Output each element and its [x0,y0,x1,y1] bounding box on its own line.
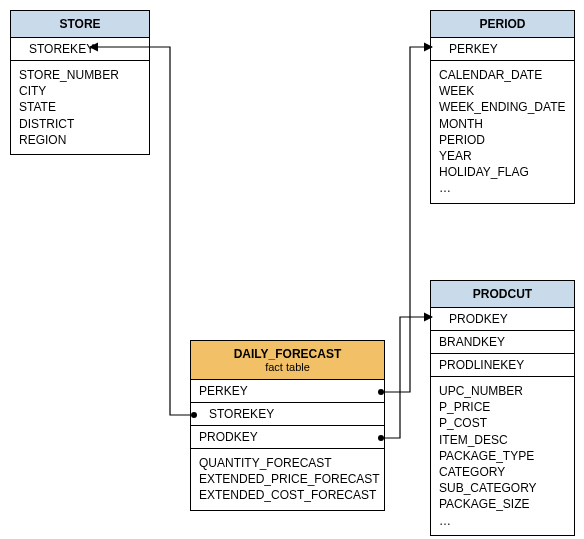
measure: EXTENDED_PRICE_FORECAST [199,471,376,487]
attr: … [439,180,566,196]
attr: … [439,513,566,529]
attr: PACKAGE_TYPE [439,448,566,464]
attr: SUB_CATEGORY [439,480,566,496]
attr: WEEK_ENDING_DATE [439,99,566,115]
attr: DISTRICT [19,116,141,132]
measure: EXTENDED_COST_FORECAST [199,487,376,503]
attr: REGION [19,132,141,148]
fact-fk-storekey: STOREKEY [191,403,384,426]
entity-product: PRODCUT PRODKEY BRANDKEY PRODLINEKEY UPC… [430,280,575,536]
attr: MONTH [439,116,566,132]
attr: STATE [19,99,141,115]
measure: QUANTITY_FORECAST [199,455,376,471]
attr: ITEM_DESC [439,432,566,448]
period-key-row: PERKEY [431,38,574,61]
product-key-row: PRODKEY [431,308,574,331]
store-key-row: STOREKEY [11,38,149,61]
attr: CITY [19,83,141,99]
fact-measures: QUANTITY_FORECAST EXTENDED_PRICE_FORECAS… [191,449,384,510]
attr: YEAR [439,148,566,164]
product-key2-row: BRANDKEY [431,331,574,354]
attr: CATEGORY [439,464,566,480]
product-key3-row: PRODLINEKEY [431,354,574,377]
store-attrs: STORE_NUMBER CITY STATE DISTRICT REGION [11,61,149,154]
rel-prodkey [378,317,432,441]
rel-perkey [378,47,432,395]
attr: CALENDAR_DATE [439,67,566,83]
fact-fk-prodkey: PRODKEY [191,426,384,449]
entity-fact: DAILY_FORECAST fact table PERKEY STOREKE… [190,340,385,511]
attr: PACKAGE_SIZE [439,496,566,512]
attr: PERIOD [439,132,566,148]
entity-fact-title: DAILY_FORECAST [234,347,342,361]
attr: UPC_NUMBER [439,383,566,399]
attr: P_PRICE [439,399,566,415]
fact-fk-perkey: PERKEY [191,380,384,403]
entity-product-title: PRODCUT [431,281,574,308]
product-attrs: UPC_NUMBER P_PRICE P_COST ITEM_DESC PACK… [431,377,574,535]
entity-fact-subtitle: fact table [195,361,380,373]
entity-store: STORE STOREKEY STORE_NUMBER CITY STATE D… [10,10,150,155]
entity-store-title: STORE [11,11,149,38]
attr: P_COST [439,415,566,431]
attr: HOLIDAY_FLAG [439,164,566,180]
entity-period: PERIOD PERKEY CALENDAR_DATE WEEK WEEK_EN… [430,10,575,204]
attr: STORE_NUMBER [19,67,141,83]
period-attrs: CALENDAR_DATE WEEK WEEK_ENDING_DATE MONT… [431,61,574,203]
entity-period-title: PERIOD [431,11,574,38]
attr: WEEK [439,83,566,99]
entity-fact-header: DAILY_FORECAST fact table [191,341,384,380]
